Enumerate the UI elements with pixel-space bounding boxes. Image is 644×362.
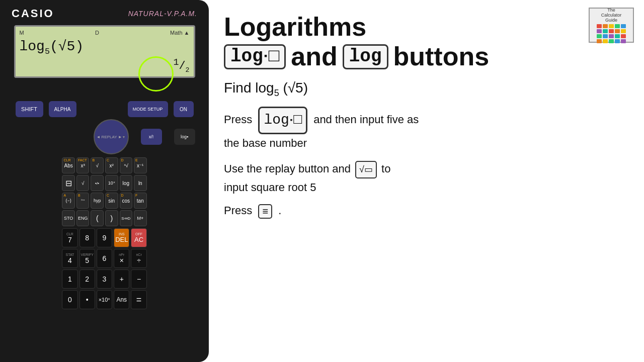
indicator-m: M <box>20 30 24 36</box>
use-end2: input square root 5 <box>224 181 316 194</box>
equals-icon: ≡ <box>258 204 272 219</box>
indicator-math: Math ▲ <box>170 30 189 36</box>
zero-key[interactable]: 0 <box>62 290 77 309</box>
and-text: and <box>291 42 337 71</box>
logab-key[interactable]: log▪ <box>174 129 195 145</box>
nine-key[interactable]: 9 <box>97 228 112 247</box>
display-indicators: M D Math ▲ <box>20 30 190 36</box>
five-key[interactable]: VERIFY5 <box>79 249 95 268</box>
highlight-circle <box>138 56 174 92</box>
sqfrac-key[interactable]: ⊟ <box>62 175 75 191</box>
press-logab-icon: log▪□ <box>258 107 307 134</box>
xinv-key[interactable]: Ex⁻¹ <box>134 157 147 173</box>
use-section: Use the replay button and √▭ to input sq… <box>224 160 629 196</box>
tan-key[interactable]: Ftan <box>134 193 147 209</box>
sin-key[interactable]: Csin <box>105 193 118 209</box>
minus-key[interactable]: − <box>131 269 146 289</box>
plus-key[interactable]: + <box>114 269 129 289</box>
logab-icon: log▪□ <box>224 44 286 69</box>
ln-key[interactable]: ln <box>134 175 147 191</box>
content-panel: The Calculator Guide Logarithms log▪□ an… <box>209 0 644 362</box>
hyp-key[interactable]: hyp <box>91 193 104 209</box>
six-key[interactable]: 6 <box>97 249 112 268</box>
final-section: Press ≡ . <box>224 204 629 219</box>
alpha-button[interactable]: ALPHA <box>49 101 76 117</box>
equals-key[interactable]: = <box>131 290 146 309</box>
three-key[interactable]: 3 <box>97 269 112 289</box>
seven-key[interactable]: CLR7 <box>62 228 77 247</box>
main-title: Logarithms <box>224 13 629 41</box>
sto-key[interactable]: STO <box>62 210 75 226</box>
mplus-key[interactable]: M+ <box>134 210 147 226</box>
sqrt-icon: √▭ <box>355 161 377 178</box>
neg-key[interactable]: A(−) <box>62 193 75 209</box>
del-key[interactable]: INSDEL <box>114 228 129 247</box>
subtitle-row: log▪□ and log buttons <box>224 42 629 71</box>
x2-key[interactable]: Cx² <box>105 157 118 173</box>
frac-key[interactable]: ▪/▪ <box>91 175 104 191</box>
x3-key[interactable]: FACTx³ <box>76 157 90 173</box>
find-base: 5 <box>274 88 279 98</box>
div-key[interactable]: nCr÷ <box>131 249 146 268</box>
mode-button[interactable]: MODE SETUP <box>128 101 168 117</box>
logo-line3: Guide <box>605 18 617 23</box>
exp-key[interactable]: ×10ˣ <box>97 290 112 309</box>
press2-end: . <box>278 204 281 217</box>
close-key[interactable]: ) <box>105 210 118 226</box>
calculator-guide-logo: The Calculator Guide <box>589 8 634 43</box>
use-start: Use the replay button and <box>224 162 351 175</box>
sqrt2-key[interactable]: √ <box>76 175 90 191</box>
log-key[interactable]: log <box>120 175 133 191</box>
on-button[interactable]: ON <box>174 101 194 117</box>
eng-key[interactable]: ENG <box>76 210 90 226</box>
replay-button[interactable]: ◄ REPLAY ► ▼ <box>94 119 129 154</box>
logo-line1: The <box>607 8 615 13</box>
find-label: Find log <box>224 80 274 96</box>
quote-key[interactable]: B°''' <box>76 193 90 209</box>
dot-key[interactable]: • <box>79 290 95 309</box>
nav-right[interactable]: x/! <box>141 129 162 145</box>
find-section: Find log5 (√5) <box>224 80 629 99</box>
abs-key[interactable]: CLRAbs <box>62 157 75 173</box>
press2: Press <box>224 204 252 217</box>
sd-key[interactable]: S⇔D <box>120 210 133 226</box>
press-logab-section: Press log▪□ and then input five as the b… <box>224 107 629 152</box>
ans-key[interactable]: Ans <box>114 290 129 309</box>
use-to: to <box>381 162 390 175</box>
times-key[interactable]: nPr× <box>114 249 129 268</box>
sqrt-key[interactable]: B√ <box>91 157 104 173</box>
xrt-key[interactable]: Dˣ√ <box>120 157 133 173</box>
shift-button[interactable]: SHIFT <box>16 101 43 117</box>
ten-x-key[interactable]: 10ˣ <box>105 175 118 191</box>
casio-logo: CASIO <box>12 7 54 20</box>
logo-line2: Calculator <box>601 13 622 18</box>
ac-key[interactable]: OFFAC <box>131 228 146 247</box>
display-expression: log5(√5) <box>20 38 190 57</box>
calculator-display: M D Math ▲ log5(√5) 1/2 <box>14 25 195 78</box>
press1-end: the base number <box>224 137 307 149</box>
find-arg: (√5) <box>283 80 308 96</box>
two-key[interactable]: 2 <box>79 269 95 289</box>
vpam-label: NATURAL-V.P.A.M. <box>128 10 197 18</box>
open-key[interactable]: ( <box>91 210 104 226</box>
title-section: Logarithms log▪□ and log buttons <box>224 13 629 71</box>
title-logarithms: Logarithms <box>224 13 366 41</box>
indicator-d: D <box>95 30 99 36</box>
log-icon: log <box>343 44 388 69</box>
calculator: CASIO NATURAL-V.P.A.M. M D Math ▲ log5(√… <box>0 0 209 362</box>
one-key[interactable]: 1 <box>62 269 77 289</box>
cos-key[interactable]: Dcos <box>120 193 133 209</box>
title2: buttons <box>393 42 490 71</box>
press1-start: Press <box>224 113 252 126</box>
calculator-header: CASIO NATURAL-V.P.A.M. <box>8 5 201 22</box>
logo-grid <box>597 24 626 43</box>
four-key[interactable]: STAT4 <box>62 249 77 268</box>
eight-key[interactable]: 8 <box>79 228 95 247</box>
press1-mid: and then input five as <box>313 113 419 126</box>
